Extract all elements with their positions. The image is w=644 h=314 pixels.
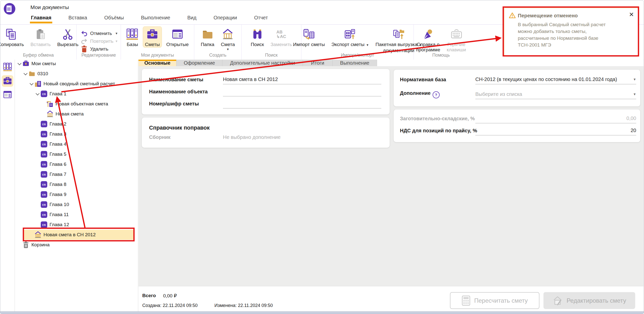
tab-osnovnye[interactable]: Основные (139, 60, 176, 66)
paste-button[interactable]: Вставить (28, 26, 53, 48)
help-circle-icon[interactable]: ? (433, 91, 440, 98)
tree-item-glava-6[interactable]: глГлава 6 (15, 159, 138, 169)
undo-button[interactable]: Отменить ▼ (80, 29, 118, 37)
tree-item-glava-3[interactable]: глГлава 3 (15, 129, 138, 139)
briefcase-icon (3, 76, 12, 86)
chevron-down-icon[interactable]: ▼ (226, 48, 229, 51)
close-icon[interactable]: ✕ (629, 11, 634, 18)
help-button[interactable]: Справка опрограмме (414, 26, 442, 53)
estimate-number-input[interactable] (223, 99, 381, 108)
dopolnenie-select[interactable]: Выберите из списка ▼ (475, 90, 636, 99)
export-smeta-button[interactable]: Экспорт сметы▼ (329, 26, 371, 48)
house-icon (34, 231, 41, 238)
tab-itogi[interactable]: Итоги (303, 60, 333, 66)
tree-item-svodny-raschet[interactable]: Новый сводный сметный расчет (15, 79, 138, 89)
menu-vstavka[interactable]: Вставка (68, 14, 87, 21)
menu-obyomy[interactable]: Объёмы (104, 14, 124, 21)
open-document-icon (171, 27, 183, 42)
menu-otchet[interactable]: Отчет (254, 14, 268, 21)
normbase-select[interactable]: СН-2012 (в текущих ценах по состоянию на… (475, 75, 636, 84)
tree-item-glava-9[interactable]: глГлава 9 (15, 189, 138, 200)
house-icon (222, 27, 234, 42)
tree-item-glava-7[interactable]: глГлава 7 (15, 169, 138, 179)
tree-item-obyektnaya-smeta[interactable]: Новая объектная смета (15, 99, 138, 109)
tree-item-glava-2[interactable]: глГлава 2 (15, 119, 138, 129)
ribbon-group-import-export: Импорт сметы Экспорт сметы▼ (301, 25, 414, 60)
percents-card: Заготовительно-складские, % 0,00 НДС для… (394, 109, 640, 142)
tree-item-novaya-smeta[interactable]: Новая смета (15, 109, 138, 119)
group-caption-clipboard: Буфер обмена (0, 53, 76, 58)
tree-item-glava-4[interactable]: глГлава 4 (15, 139, 138, 149)
trash-icon (80, 46, 88, 52)
bases-button[interactable]: Базы (124, 26, 140, 48)
chapter-icon: гл (40, 90, 48, 97)
tab-vypolnenie[interactable]: Выполнение (333, 60, 377, 66)
edit-house-icon (553, 296, 563, 306)
rail-open-button[interactable] (2, 89, 13, 101)
replace-button[interactable]: AB↳AC Заменить (268, 26, 294, 48)
chevron-down-icon[interactable] (28, 83, 34, 85)
calculator-icon (462, 295, 470, 306)
chevron-down-icon[interactable] (22, 73, 28, 75)
tree-item-moi-smety[interactable]: Мои сметы (15, 59, 138, 69)
tree-item-glava-11[interactable]: глГлава 11 (15, 210, 138, 220)
chevron-down-icon[interactable]: ▼ (630, 77, 636, 81)
field-label-zagotovitelno: Заготовительно-складские, % (400, 116, 475, 122)
tree-item-novaya-smeta-sn2012[interactable]: Новая смета в СН 2012 (23, 230, 133, 240)
nds-input[interactable]: 20 (475, 126, 636, 135)
tab-dop-nastroyki[interactable]: Дополнительные настройки (222, 60, 303, 66)
tree-item-glava-5[interactable]: глГлава 5 (15, 149, 138, 159)
field-label-object: Наименование объекта (149, 89, 223, 95)
rail-smety-button[interactable] (2, 75, 13, 87)
copy-button[interactable]: Копировать (0, 26, 26, 48)
redo-button[interactable]: Повторить ▼ (80, 37, 118, 45)
import-smeta-button[interactable]: Импорт сметы (291, 26, 327, 48)
tree-item-glava-12[interactable]: глГлава 12 (15, 220, 138, 230)
ribbon-group-clipboard: Копировать Вставить Вырезать Буфер обмен… (0, 25, 77, 60)
field-label-nds: НДС для позиций по прайсу, % (400, 128, 475, 134)
menu-vypolnenie[interactable]: Выполнение (141, 14, 170, 21)
chevron-down-icon[interactable] (34, 93, 40, 95)
tab-oformlenie[interactable]: Оформление (176, 60, 222, 66)
estimate-name-input[interactable]: Новая смета в СН 2012 (223, 75, 381, 84)
delete-button[interactable]: Удалить (80, 45, 118, 53)
tree-item-glava-1[interactable]: гл Глава 1 (15, 89, 138, 99)
hotkeys-button[interactable]: Горячиеклавиши (445, 26, 468, 53)
menu-glavnaya[interactable]: Главная (31, 14, 51, 21)
main-panel: Основные Оформление Дополнительные настр… (139, 60, 643, 311)
trash-icon (22, 241, 29, 248)
group-caption-my-documents: Мои документы (121, 53, 194, 58)
edit-estimate-button[interactable]: Редактировать смету (543, 292, 635, 309)
building-icon (34, 80, 41, 87)
menu-operacii[interactable]: Операции (213, 14, 237, 21)
rail-bases-button[interactable] (2, 61, 13, 73)
recalculate-button[interactable]: Пересчитать смету (450, 292, 539, 309)
batch-export-icon (393, 27, 405, 42)
field-label-sbornik: Сборник (149, 134, 223, 140)
tree-item-glava-8[interactable]: глГлава 8 (15, 179, 138, 189)
open-documents-button[interactable]: Открытые (164, 26, 191, 48)
chevron-down-icon[interactable]: ▼ (630, 92, 636, 96)
group-caption-search: Поиск (242, 53, 301, 58)
search-icon (251, 27, 263, 42)
folder-icon (202, 27, 214, 42)
window-bottom-edge (0, 311, 644, 314)
chevron-down-icon[interactable]: ▼ (115, 32, 118, 35)
chevron-down-icon[interactable] (16, 63, 22, 65)
group-caption-import-export: Импорт/экспорт (301, 53, 413, 58)
chevron-down-icon: ▼ (115, 40, 118, 43)
create-smeta-button[interactable]: Смета ▼ (219, 26, 237, 52)
menu-vid[interactable]: Вид (187, 14, 196, 21)
ribbon-group-help: Справка опрограмме Горячиеклавиши Помощь (414, 25, 468, 60)
search-button[interactable]: Поиск (249, 26, 266, 48)
modified-timestamp: Изменена: 22.11.2024 09:50 (214, 303, 273, 308)
tree-item-korzina[interactable]: Корзина (15, 240, 138, 250)
replace-icon: AB↳AC (276, 27, 286, 42)
create-folder-button[interactable]: Папка (199, 26, 216, 48)
chapter-icon: гл (40, 171, 48, 178)
tree-item-glava-10[interactable]: глГлава 10 (15, 200, 138, 210)
smety-button[interactable]: Сметы (143, 26, 162, 48)
tree-item-0310[interactable]: 0310 (15, 69, 138, 79)
object-name-input[interactable] (223, 87, 381, 96)
field-label-number: Номер/шифр сметы (149, 101, 223, 107)
